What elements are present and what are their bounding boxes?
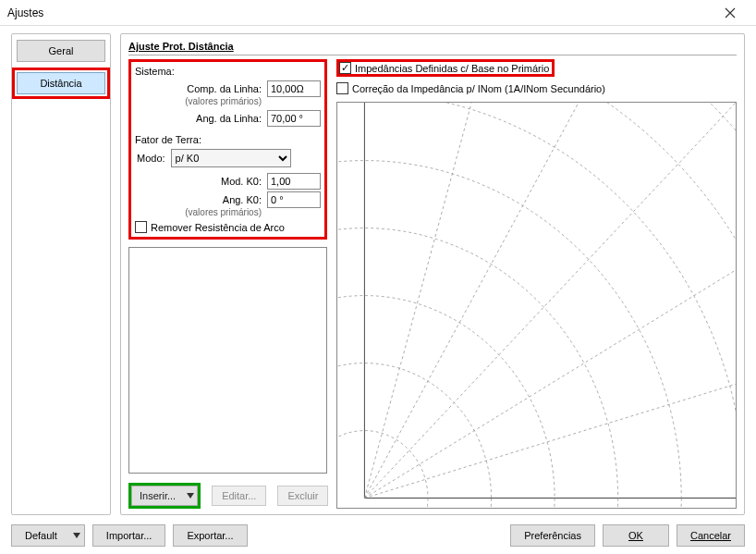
svg-point-11 [337,161,681,508]
correcao-inom-label: Correção da Impedância p/ INom (1A/INom … [352,83,605,94]
svg-line-3 [364,165,736,499]
window-title: Ajustes [7,6,43,19]
svg-point-14 [337,103,736,508]
svg-point-10 [337,228,618,508]
svg-line-4 [364,103,736,499]
svg-point-12 [337,103,736,508]
remover-arco-checkbox[interactable] [135,221,147,233]
svg-line-5 [364,103,677,499]
modk0-input[interactable] [267,173,321,190]
export-button[interactable]: Exportar... [173,524,247,547]
tab-distance[interactable]: Distância [17,72,105,94]
svg-point-7 [337,431,428,508]
insert-button[interactable]: Inserir... [131,486,183,506]
preferences-button[interactable]: Preferências [510,524,595,547]
imped-primario-label: Impedâncias Definidas c/ Base no Primári… [355,63,549,74]
window-close-button[interactable] [712,4,749,22]
modo-select[interactable]: p/ K0 [171,149,291,167]
left-column: Sistema: Comp. da Linha: (valores primár… [128,59,327,509]
cancel-button[interactable]: Cancelar [677,524,745,547]
list-buttons: Inserir... Editar... Excluir [128,483,327,509]
svg-point-8 [337,363,492,508]
default-dropdown[interactable] [70,524,85,547]
sistema-title: Sistema: [135,66,321,77]
angk0-label: Ang. K0: [135,194,262,205]
footer: Default Importar... Exportar... Preferên… [0,517,756,554]
import-button[interactable]: Importar... [92,524,166,547]
remover-arco-label: Remover Resistência de Arco [151,222,285,233]
modo-label: Modo: [135,153,165,164]
insert-dropdown[interactable] [183,486,198,506]
modk0-label: Mod. K0: [135,176,262,187]
zones-listbox[interactable] [128,247,327,474]
comp-linha-input[interactable] [267,80,321,97]
default-button[interactable]: Default [11,524,70,547]
delete-button[interactable]: Excluir [277,486,328,506]
ok-button[interactable]: OK [603,524,669,547]
ang-linha-label: Ang. da Linha: [135,113,262,124]
tab-general[interactable]: Geral [17,40,105,62]
content-area: Geral Distância Ajuste Prot. Distância S… [0,26,756,517]
ang-linha-input[interactable] [267,110,321,127]
titlebar: Ajustes [0,0,756,26]
correcao-inom-row: Correção da Impedância p/ INom (1A/INom … [336,82,737,94]
svg-line-2 [364,331,736,498]
right-column: Impedâncias Definidas c/ Base no Primári… [336,59,737,509]
main-panel: Ajuste Prot. Distância Sistema: Comp. da… [120,33,745,515]
svg-line-6 [364,103,520,499]
svg-point-13 [337,103,736,508]
sidebar: Geral Distância [11,33,111,515]
impedance-chart [336,102,737,509]
fator-title: Fator de Terra: [135,134,321,145]
edit-button[interactable]: Editar... [212,486,266,506]
comp-linha-label: Comp. da Linha: [135,83,262,94]
imped-primario-checkbox[interactable] [339,62,351,74]
angk0-input[interactable] [267,191,321,208]
angk0-hint: (valores primários) [135,208,321,217]
system-params-box: Sistema: Comp. da Linha: (valores primár… [128,59,327,240]
imped-primario-row: Impedâncias Definidas c/ Base no Primári… [336,59,555,77]
main-title: Ajuste Prot. Distância [128,40,737,55]
correcao-inom-checkbox[interactable] [336,82,348,94]
comp-linha-hint: (valores primários) [135,97,321,106]
